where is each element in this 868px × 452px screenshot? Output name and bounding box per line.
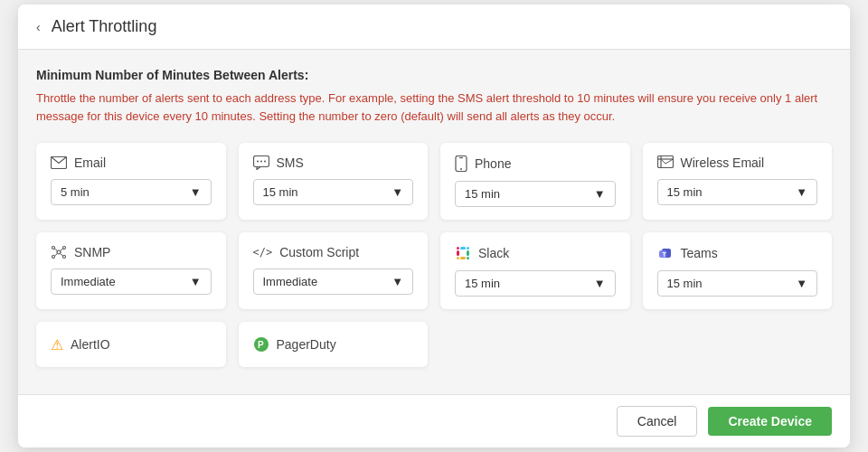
svg-rect-8 bbox=[657, 156, 673, 168]
alertio-icon: ⚠ bbox=[51, 336, 63, 353]
slack-value: 15 min bbox=[465, 277, 500, 290]
svg-rect-20 bbox=[457, 250, 459, 256]
svg-text:T: T bbox=[662, 251, 666, 258]
card-snmp: SNMP Immediate ▼ bbox=[36, 232, 226, 309]
card-alertio-partial: ⚠ AlertIO bbox=[36, 322, 226, 367]
custom-script-arrow-icon: ▼ bbox=[392, 275, 403, 288]
custom-script-select[interactable]: Immediate ▼ bbox=[253, 268, 414, 295]
svg-rect-25 bbox=[467, 257, 469, 259]
teams-label: Teams bbox=[681, 246, 718, 260]
card-slack: Slack 15 min ▼ bbox=[440, 232, 630, 309]
card-sms: SMS 15 min ▼ bbox=[239, 143, 429, 220]
modal-title: Alert Throttling bbox=[52, 17, 157, 36]
wireless-value: 15 min bbox=[667, 185, 703, 199]
sms-arrow-icon: ▼ bbox=[392, 185, 403, 199]
card-pagerduty-partial: P PagerDuty bbox=[239, 322, 429, 367]
snmp-value: Immediate bbox=[61, 275, 116, 288]
svg-rect-27 bbox=[457, 257, 459, 259]
pagerduty-icon: P bbox=[253, 336, 269, 353]
collapse-chevron[interactable]: ‹ bbox=[36, 20, 41, 34]
svg-text:P: P bbox=[258, 340, 264, 350]
phone-arrow-icon: ▼ bbox=[594, 187, 606, 201]
section-label: Minimum Number of Minutes Between Alerts… bbox=[36, 68, 832, 82]
phone-icon bbox=[455, 155, 467, 172]
cards-row-2: SNMP Immediate ▼ </> Custom Script Immed… bbox=[36, 232, 832, 309]
email-icon bbox=[51, 156, 67, 169]
sms-value: 15 min bbox=[263, 185, 298, 199]
teams-arrow-icon: ▼ bbox=[796, 277, 807, 290]
wireless-arrow-icon: ▼ bbox=[796, 185, 807, 199]
svg-rect-22 bbox=[460, 247, 466, 250]
svg-line-16 bbox=[54, 249, 57, 251]
pagerduty-partial-label: PagerDuty bbox=[277, 337, 336, 352]
svg-rect-23 bbox=[467, 247, 469, 250]
cards-row-1: Email 5 min ▼ bbox=[36, 143, 832, 220]
svg-point-7 bbox=[460, 168, 462, 170]
card-wireless: Wireless Email 15 min ▼ bbox=[643, 143, 833, 220]
modal-container: ‹ Alert Throttling Minimum Number of Min… bbox=[18, 5, 850, 447]
svg-rect-24 bbox=[467, 250, 469, 256]
email-select[interactable]: 5 min ▼ bbox=[51, 179, 212, 205]
wireless-label: Wireless Email bbox=[681, 155, 765, 170]
svg-rect-21 bbox=[457, 247, 459, 250]
svg-line-19 bbox=[61, 254, 63, 257]
slack-arrow-icon: ▼ bbox=[594, 277, 606, 290]
email-label: Email bbox=[74, 155, 106, 170]
svg-line-18 bbox=[54, 254, 57, 257]
card-phone: Phone 15 min ▼ bbox=[440, 143, 630, 220]
modal-header: ‹ Alert Throttling bbox=[18, 5, 850, 50]
cards-row-3: ⚠ AlertIO P PagerDuty bbox=[36, 322, 832, 367]
phone-label: Phone bbox=[475, 156, 511, 171]
svg-point-2 bbox=[257, 161, 259, 163]
modal-body: Minimum Number of Minutes Between Alerts… bbox=[18, 50, 850, 394]
cancel-button[interactable]: Cancel bbox=[617, 406, 698, 437]
svg-rect-26 bbox=[460, 257, 466, 259]
card-custom-script: </> Custom Script Immediate ▼ bbox=[239, 232, 429, 309]
custom-script-label: Custom Script bbox=[279, 245, 359, 259]
phone-value: 15 min bbox=[465, 187, 500, 201]
alertio-partial-label: AlertIO bbox=[71, 337, 110, 352]
wireless-email-icon bbox=[657, 155, 674, 170]
sms-select[interactable]: 15 min ▼ bbox=[253, 179, 414, 205]
card-email: Email 5 min ▼ bbox=[36, 143, 226, 220]
snmp-select[interactable]: Immediate ▼ bbox=[51, 268, 212, 295]
teams-icon: T bbox=[657, 245, 674, 261]
slack-select[interactable]: 15 min ▼ bbox=[455, 270, 616, 297]
email-value: 5 min bbox=[61, 185, 90, 199]
phone-select[interactable]: 15 min ▼ bbox=[455, 181, 616, 207]
create-device-button[interactable]: Create Device bbox=[708, 407, 832, 436]
svg-point-4 bbox=[264, 161, 266, 163]
wireless-select[interactable]: 15 min ▼ bbox=[657, 179, 818, 205]
svg-line-17 bbox=[61, 249, 63, 251]
section-description: Throttle the number of alerts sent to ea… bbox=[36, 89, 832, 125]
slack-icon bbox=[455, 245, 471, 261]
sms-label: SMS bbox=[277, 155, 304, 170]
email-arrow-icon: ▼ bbox=[190, 185, 202, 199]
svg-point-3 bbox=[260, 161, 262, 163]
card-teams: T Teams 15 min ▼ bbox=[643, 232, 833, 309]
svg-point-11 bbox=[57, 250, 61, 254]
sms-icon bbox=[253, 155, 269, 170]
snmp-arrow-icon: ▼ bbox=[190, 275, 202, 288]
slack-label: Slack bbox=[478, 246, 509, 260]
snmp-label: SNMP bbox=[74, 245, 110, 259]
custom-script-value: Immediate bbox=[263, 275, 318, 288]
teams-value: 15 min bbox=[667, 277, 703, 290]
teams-select[interactable]: 15 min ▼ bbox=[657, 270, 818, 297]
snmp-icon bbox=[51, 245, 67, 259]
custom-script-icon: </> bbox=[253, 246, 273, 259]
modal-footer: Cancel Create Device bbox=[18, 394, 850, 447]
